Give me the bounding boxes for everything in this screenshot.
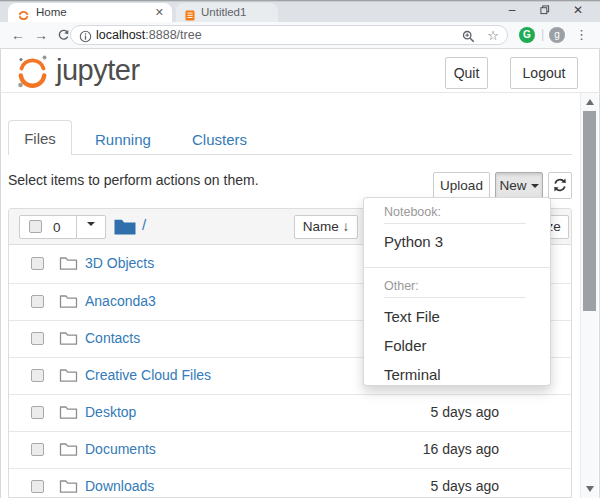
star-icon[interactable]: ☆	[487, 26, 499, 46]
scroll-up-icon[interactable]	[586, 99, 594, 105]
breadcrumb[interactable]: /	[142, 216, 146, 233]
row-checkbox[interactable]	[31, 369, 44, 382]
tab-home[interactable]: Home ✕	[8, 3, 172, 22]
tab-close-icon[interactable]: ✕	[155, 3, 164, 22]
row-checkbox[interactable]	[31, 295, 44, 308]
menu-item-folder[interactable]: Folder	[364, 331, 550, 360]
row-checkbox[interactable]	[31, 406, 44, 419]
refresh-button[interactable]	[548, 172, 572, 199]
sort-arrow-icon: ↓	[343, 219, 350, 234]
url-text: localhost:8888/tree	[96, 26, 202, 45]
row-checkbox[interactable]	[31, 443, 44, 456]
table-row[interactable]: Downloads 5 days ago	[9, 468, 571, 498]
file-link[interactable]: 3D Objects	[85, 255, 154, 271]
address-bar[interactable]: localhost:8888/tree ☆	[70, 25, 508, 45]
action-message: Select items to perform actions on them.	[8, 172, 259, 188]
folder-outline-icon	[59, 256, 78, 275]
scrollbar-thumb[interactable]	[583, 111, 596, 311]
table-row[interactable]: Desktop 5 days ago	[9, 394, 571, 431]
select-all-button[interactable]: 0	[19, 215, 77, 239]
browser-toolbar: ← → localhost:8888/tree	[0, 22, 600, 48]
select-dropdown-button[interactable]	[76, 215, 106, 239]
tab-clusters[interactable]: Clusters	[192, 131, 247, 148]
menu-item-text-file[interactable]: Text File	[364, 302, 550, 331]
select-all-checkbox[interactable]	[29, 220, 42, 233]
grammarly-icon[interactable]: G	[519, 27, 535, 43]
window-close-icon[interactable]: ✕	[571, 1, 585, 19]
forward-icon[interactable]: →	[34, 22, 48, 48]
tab-files[interactable]: Files	[8, 120, 72, 155]
page-scrollbar[interactable]	[580, 93, 598, 498]
tab-title: Untitled1	[201, 3, 246, 22]
tab-running[interactable]: Running	[95, 131, 151, 148]
folder-outline-icon	[59, 331, 78, 350]
folder-outline-icon	[59, 368, 78, 387]
row-checkbox[interactable]	[31, 332, 44, 345]
row-checkbox[interactable]	[31, 257, 44, 270]
zoom-icon[interactable]	[462, 29, 475, 47]
selected-count: 0	[53, 216, 61, 240]
file-link[interactable]: Desktop	[85, 404, 136, 420]
sort-name-button[interactable]: Name ↓	[294, 215, 358, 239]
breadcrumb-folder-icon[interactable]	[113, 218, 137, 240]
folder-outline-icon	[59, 405, 78, 424]
last-modified: 16 days ago	[379, 441, 499, 457]
tab-untitled1[interactable]: Untitled1	[176, 3, 278, 22]
menu-header-other: Other:	[384, 276, 526, 298]
menu-dots-icon[interactable]: ⋮	[575, 22, 588, 48]
menu-divider	[364, 267, 550, 268]
table-row[interactable]: Documents 16 days ago	[9, 431, 571, 468]
refresh-icon	[553, 180, 567, 195]
reload-icon[interactable]	[57, 28, 70, 46]
scroll-down-icon[interactable]	[586, 486, 594, 492]
browser-window: Home ✕ Untitled1 – ✕ ← →	[0, 0, 600, 498]
tab-title: Home	[36, 3, 67, 22]
folder-outline-icon	[59, 479, 78, 498]
caret-down-icon	[531, 184, 539, 188]
file-link[interactable]: Contacts	[85, 330, 140, 346]
row-checkbox[interactable]	[31, 480, 44, 493]
restore-icon[interactable]	[538, 1, 552, 19]
last-modified: 5 days ago	[379, 478, 499, 494]
toolbar-divider	[0, 48, 600, 49]
info-icon[interactable]	[79, 29, 92, 47]
menu-item-python3[interactable]: Python 3	[364, 224, 550, 259]
logo-text: jupyter	[56, 54, 140, 87]
nav-tabs-border	[8, 154, 572, 155]
header-divider	[0, 92, 600, 93]
file-link[interactable]: Anaconda3	[85, 293, 156, 309]
file-link[interactable]: Downloads	[85, 478, 154, 494]
back-icon[interactable]: ←	[11, 22, 25, 48]
folder-outline-icon	[59, 294, 78, 313]
menu-item-terminal[interactable]: Terminal	[364, 360, 550, 389]
menu-header-notebook: Notebook:	[384, 202, 526, 224]
new-dropdown-menu: Notebook: Python 3 Other: Text File Fold…	[363, 197, 551, 386]
tab-strip: Home ✕ Untitled1 – ✕	[0, 0, 600, 22]
quit-button[interactable]: Quit	[445, 57, 488, 89]
avatar[interactable]: g	[549, 27, 565, 43]
jupyter-logo[interactable]	[14, 52, 50, 94]
toolbar-separator: |	[541, 26, 544, 41]
minimize-icon[interactable]: –	[505, 1, 519, 19]
upload-button[interactable]: Upload	[433, 172, 490, 199]
new-button[interactable]: New	[495, 172, 543, 199]
caret-down-icon	[87, 222, 95, 226]
last-modified: 5 days ago	[379, 404, 499, 420]
folder-outline-icon	[59, 442, 78, 461]
file-link[interactable]: Creative Cloud Files	[85, 367, 211, 383]
file-link[interactable]: Documents	[85, 441, 156, 457]
logout-button[interactable]: Logout	[510, 57, 578, 89]
